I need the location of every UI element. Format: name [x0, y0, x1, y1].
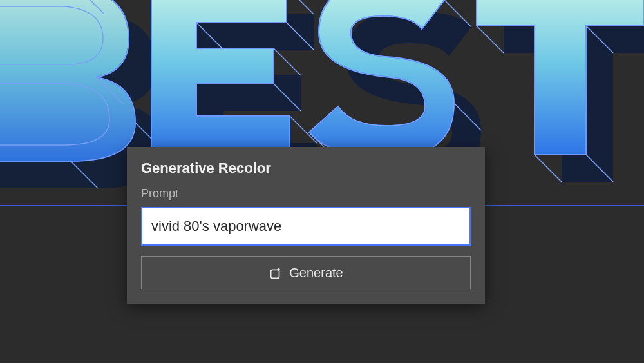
svg-line-19: [586, 155, 613, 182]
prompt-label: Prompt: [141, 187, 471, 201]
svg-line-18: [586, 26, 613, 53]
svg-line-8: [290, 116, 317, 143]
svg-line-6: [274, 48, 301, 75]
svg-line-1: [135, 123, 162, 150]
svg-line-0: [77, 0, 104, 14]
svg-line-20: [535, 155, 562, 182]
svg-line-3: [97, 77, 124, 104]
svg-line-2: [71, 161, 98, 188]
generate-button-label: Generate: [289, 266, 343, 280]
svg-line-5: [287, 23, 314, 50]
svg-line-21: [477, 26, 504, 53]
prompt-input[interactable]: [141, 207, 471, 246]
svg-rect-22: [271, 270, 279, 278]
sparkle-icon: [269, 266, 283, 280]
svg-line-4: [287, 0, 314, 14]
svg-line-13: [454, 103, 481, 130]
svg-line-12: [444, 0, 471, 27]
generative-recolor-panel: Generative Recolor Prompt Generate: [127, 147, 485, 304]
generate-button[interactable]: Generate: [141, 256, 471, 289]
svg-line-7: [274, 84, 301, 111]
panel-title: Generative Recolor: [141, 160, 471, 177]
svg-line-11: [196, 23, 223, 50]
